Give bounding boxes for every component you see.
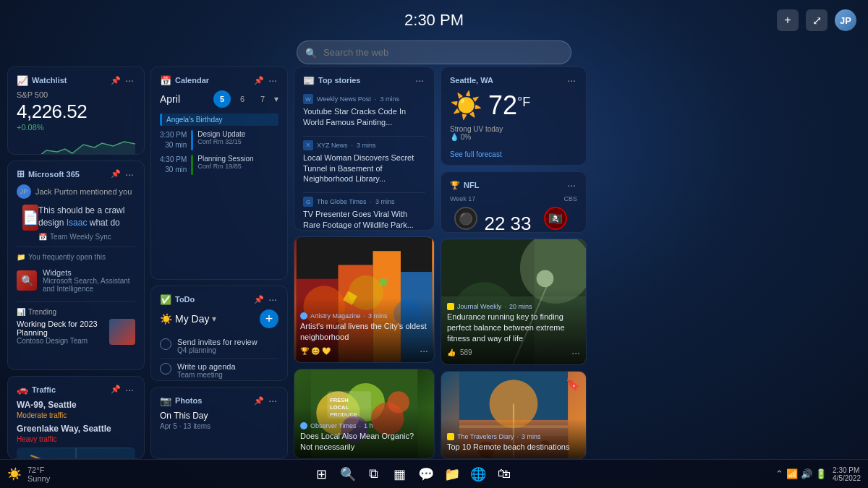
column-1: 📈 Watchlist 📌 ··· S&P 500 4,226.52 +0.08…: [7, 67, 145, 459]
news-menu-button[interactable]: ···: [414, 74, 425, 86]
taskbar-taskview-icon[interactable]: ⧉: [364, 464, 384, 484]
add-widget-button[interactable]: +: [777, 9, 799, 31]
endurance-article-source: Journal Weekly · 20 mins: [447, 303, 580, 310]
taskbar-volume-icon[interactable]: 🔊: [801, 468, 812, 479]
trending-item[interactable]: Working Deck for 2023 Planning Contoso D…: [17, 319, 135, 345]
photos-subtitle: Apr 5 · 13 items: [160, 422, 278, 430]
watchlist-menu-button[interactable]: ···: [124, 74, 135, 86]
todo-menu-button[interactable]: ···: [267, 294, 278, 305]
photos-pin-button[interactable]: 📌: [254, 395, 264, 406]
myday-header: ☀️ My Day ▾ +: [160, 309, 278, 328]
taskbar-widgets-icon[interactable]: ▦: [390, 464, 410, 484]
todo-item-1[interactable]: Write up agenda Team meeting: [160, 359, 278, 381]
taskbar-right: ⌃ 📶 🔊 🔋 2:30 PM 4/5/2022: [775, 466, 861, 482]
taskbar-chevron-icon[interactable]: ⌃: [775, 468, 783, 479]
calendar-day-7[interactable]: 7: [254, 90, 271, 108]
beach-save-icon: 🔖: [566, 377, 580, 391]
ms365-pin-button[interactable]: 📌: [111, 168, 121, 180]
meeting-label: 📅 Team Weekly Sync: [38, 233, 135, 241]
nfl-score-2: 33: [511, 213, 532, 233]
produce-article-source: Observer Times · 1 h: [300, 422, 428, 429]
myday-title: ☀️ My Day ▾: [160, 313, 216, 325]
todo-add-button[interactable]: +: [260, 309, 278, 328]
event-2-name: Planning Session: [197, 155, 253, 163]
ms365-menu-button[interactable]: ···: [124, 168, 135, 180]
nfl-teams: ⚫ Steelers 22 33 🏴‍☠️ Buccaneers: [450, 207, 577, 232]
todo-item-0[interactable]: Send invites for review Q4 planning: [160, 334, 278, 359]
stock-name: S&P 500: [17, 90, 135, 99]
avatar[interactable]: JP: [835, 9, 856, 31]
news-icon: 📰: [303, 75, 315, 86]
todo-checkbox-1[interactable]: [160, 363, 171, 374]
traffic-location-1: WA-99, Seattle: [17, 400, 135, 410]
todo-checkbox-0[interactable]: [160, 338, 171, 350]
calendar-pin-button[interactable]: 📌: [254, 74, 264, 86]
news-source-icon-0: W: [303, 94, 313, 104]
endurance-article-menu[interactable]: ···: [571, 347, 580, 359]
news-item-2[interactable]: G The Globe Times · 3 mins TV Presenter …: [303, 193, 425, 231]
mural-article-card[interactable]: Artistry Magazine · 3 mins Artist's mura…: [294, 236, 435, 363]
weather-forecast-link[interactable]: See full forecast: [450, 150, 502, 158]
weather-menu-button[interactable]: ···: [566, 74, 577, 86]
widgets-area: 📈 Watchlist 📌 ··· S&P 500 4,226.52 +0.08…: [7, 67, 861, 459]
todo-task-1: Write up agenda: [177, 362, 236, 371]
news-source-1: X XYZ News · 3 mins: [303, 140, 425, 150]
calendar-month: April: [160, 93, 180, 105]
trending-item-name: Working Deck for 2023 Planning: [17, 320, 103, 337]
endurance-article-headline: Endurance running key to finding perfect…: [447, 312, 580, 344]
news-item-1[interactable]: X XYZ News · 3 mins Local Woman Discover…: [303, 137, 425, 194]
frequent-item-desc: Microsoft Search, Assistant and Intellig…: [43, 277, 135, 293]
taskbar-search-icon[interactable]: 🔍: [338, 464, 358, 484]
expand-button[interactable]: ⤢: [806, 9, 827, 31]
taskbar-date: 4/5/2022: [833, 474, 861, 482]
todo-pin-button[interactable]: 📌: [254, 294, 264, 305]
traffic-menu-button[interactable]: ···: [124, 384, 135, 395]
traffic-map: [17, 448, 135, 459]
watchlist-title: Watchlist: [32, 76, 67, 85]
frequent-label: 📁 You frequently open this: [17, 253, 135, 261]
nfl-team-2: 🏴‍☠️ Buccaneers: [537, 207, 575, 232]
taskbar: ☀️ 72°F Sunny ⊞ 🔍 ⧉ ▦ 💬 📁 🌐 🛍 ⌃ 📶 🔊 🔋 2:…: [0, 459, 868, 488]
taskbar-weather-desc: Sunny: [27, 474, 50, 483]
nfl-team-1: ⚫ Steelers: [453, 207, 480, 232]
event-1-name: Design Update: [197, 130, 245, 138]
clock: 2:30 PM: [404, 11, 464, 30]
search-input[interactable]: [297, 40, 571, 64]
taskbar-edge-icon[interactable]: 🌐: [468, 464, 488, 484]
mention-row: JP Jack Purton mentioned you: [17, 184, 135, 199]
photos-menu-button[interactable]: ···: [267, 395, 278, 406]
taskbar-files-icon[interactable]: 📁: [442, 464, 462, 484]
message-preview: This should be a crawl design Isaac what…: [38, 205, 135, 229]
watchlist-icon: 📈: [17, 75, 28, 86]
news-item-0[interactable]: W Weekly News Post · 3 mins Youtube Star…: [303, 90, 425, 137]
taskbar-teams-icon[interactable]: 💬: [416, 464, 436, 484]
all-day-event: Angela's Birthday: [160, 114, 278, 126]
mural-article-source: Artistry Magazine · 3 mins: [300, 312, 428, 320]
weather-widget: Seattle, WA ··· ☀️ 72 °F Strong UV today…: [441, 67, 587, 166]
calendar-day-6[interactable]: 6: [234, 90, 251, 108]
calendar-menu-button[interactable]: ···: [267, 74, 278, 86]
message-thumbnail: 📄: [22, 205, 38, 231]
taskbar-wifi-icon[interactable]: 📶: [786, 468, 798, 479]
mural-article-menu[interactable]: ···: [420, 345, 428, 356]
traffic-pin-button[interactable]: 📌: [111, 384, 121, 395]
produce-article-card[interactable]: FRESH LOCAL PRODUCE Observer Times · 1 h…: [294, 369, 435, 459]
taskbar-windows-icon[interactable]: ⊞: [312, 464, 332, 484]
watchlist-widget: 📈 Watchlist 📌 ··· S&P 500 4,226.52 +0.08…: [7, 67, 145, 155]
calendar-nav: 5 6 7 ▾: [213, 90, 278, 108]
endurance-article-card[interactable]: Journal Weekly · 20 mins Endurance runni…: [441, 239, 587, 365]
calendar-next-button[interactable]: ▾: [274, 94, 278, 104]
taskbar-weather-temp: 72°F: [27, 466, 50, 474]
taskbar-store-icon[interactable]: 🛍: [494, 464, 514, 484]
beach-article-card[interactable]: The Travelers Diary · 3 mins Top 10 Remo…: [441, 371, 587, 459]
nfl-menu-button[interactable]: ···: [566, 179, 577, 191]
news-source-icon-2: G: [303, 197, 313, 207]
todo-widget: ✅ ToDo 📌 ··· ☀️ My Day ▾ +: [150, 286, 288, 381]
event-1-bar: [191, 130, 193, 150]
frequent-item[interactable]: 🔍 Widgets Microsoft Search, Assistant an…: [17, 265, 135, 296]
calendar-today-badge[interactable]: 5: [213, 90, 231, 108]
taskbar-battery-icon[interactable]: 🔋: [815, 468, 827, 479]
todo-list: Send invites for review Q4 planning Writ…: [160, 334, 278, 381]
endurance-article-count: 589: [460, 348, 472, 356]
watchlist-pin-button[interactable]: 📌: [111, 74, 121, 86]
